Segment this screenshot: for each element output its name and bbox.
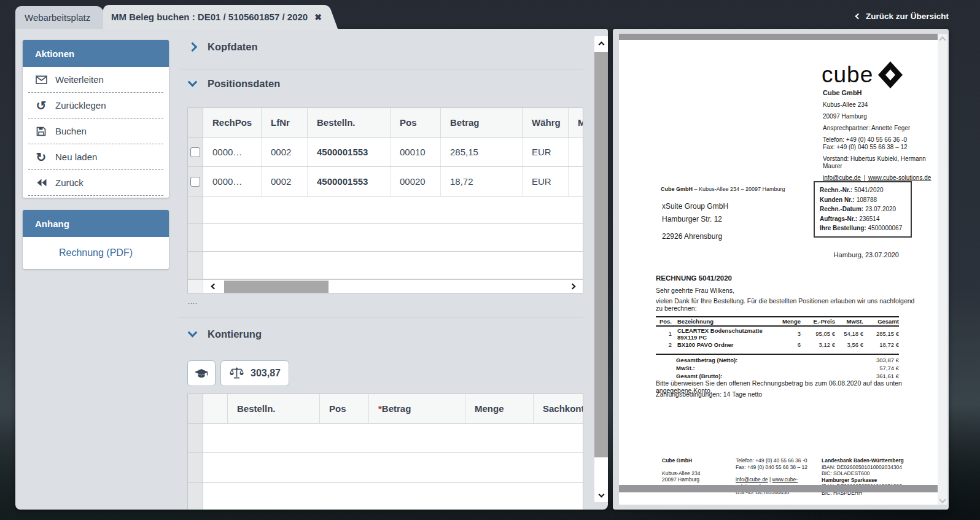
invoice-item-row: 2 BX100 PAVO Ordner 6 3,12 € 3,56 € 18,7… bbox=[656, 341, 899, 348]
tab-mm-beleg-buchen[interactable]: MM Beleg buchen : DE01 / 5105601857 / 20… bbox=[103, 5, 327, 29]
section-kontierung[interactable]: Kontierung bbox=[189, 328, 262, 340]
row-header-cell bbox=[188, 108, 203, 137]
attachment-rechnung-pdf-link[interactable]: Rechnung (PDF) bbox=[59, 247, 133, 258]
actions-card: Aktionen Weiterleiten ↺ Zurücklegen bbox=[23, 40, 169, 198]
chevron-left-icon bbox=[855, 14, 861, 20]
col-pos: Pos bbox=[391, 108, 441, 137]
action-label: Zurück bbox=[55, 177, 84, 188]
tab-close-icon[interactable]: ✖ bbox=[314, 12, 322, 22]
action-label: Neu laden bbox=[55, 152, 97, 162]
back-to-overview-link[interactable]: Zurück zur Übersicht bbox=[856, 12, 949, 21]
balance-check-button[interactable]: 303,87 bbox=[220, 360, 289, 386]
horizontal-scrollbar bbox=[188, 279, 583, 293]
table-resize-handle[interactable]: .... bbox=[188, 298, 198, 305]
action-buchen[interactable]: Buchen bbox=[28, 118, 163, 144]
scrollbar-corner bbox=[188, 280, 203, 293]
cell-bestelln: 4500001553 bbox=[308, 138, 391, 166]
scroll-right-arrow[interactable] bbox=[562, 284, 583, 289]
company-block: Cube GmbH Kubus-Allee 234 20097 Hamburg … bbox=[823, 89, 938, 186]
empty-row bbox=[188, 453, 583, 483]
cell-pos: 00010 bbox=[391, 138, 441, 166]
work-panel: Aktionen Weiterleiten ↺ Zurücklegen bbox=[15, 29, 608, 510]
col-lfnr: LfNr bbox=[262, 108, 308, 137]
empty-row bbox=[188, 224, 583, 252]
footer-company-col: Cube GmbH Kubus-Allee 234 20097 Hamburg bbox=[662, 457, 729, 483]
section-title: Positionsdaten bbox=[208, 78, 280, 90]
table-header-row: Bestelln. Pos *Betrag Menge Sachkonto bbox=[188, 394, 583, 424]
cell-waehrg: EUR bbox=[523, 138, 569, 166]
derive-account-button[interactable] bbox=[187, 360, 216, 386]
website-link[interactable]: www.cube-solutions.de bbox=[868, 174, 931, 181]
section-title: Kopfdaten bbox=[208, 41, 258, 53]
rewind-icon bbox=[35, 179, 47, 187]
recipient-name: xSuite Group GmbH bbox=[662, 202, 728, 211]
cell-pos: 00020 bbox=[391, 167, 441, 196]
cell-betrag: 285,15 bbox=[441, 138, 523, 166]
invoice-item-row: 1 CLEARTEX Bodenschutzmatte 89X119 PC 3 … bbox=[656, 326, 899, 341]
cell-clipped bbox=[569, 167, 583, 196]
graduation-cap-icon bbox=[194, 368, 209, 379]
row-checkbox[interactable] bbox=[190, 147, 200, 157]
attachments-card-title: Anhang bbox=[23, 210, 169, 237]
company-contact: Ansprechpartner: Annette Feger bbox=[823, 125, 938, 132]
refresh-icon: ↻ bbox=[35, 153, 47, 161]
scrollbar-thumb[interactable] bbox=[224, 281, 329, 293]
row-header-cell bbox=[188, 394, 203, 423]
action-weiterleiten[interactable]: Weiterleiten bbox=[28, 67, 163, 93]
cell-rechpos: 0000… bbox=[203, 167, 262, 196]
chevron-down-icon bbox=[188, 328, 198, 338]
section-positionsdaten[interactable]: Positionsdaten bbox=[189, 78, 280, 90]
actions-card-title: Aktionen bbox=[23, 40, 169, 67]
scroll-down-arrow[interactable] bbox=[594, 486, 608, 502]
balance-scale-icon bbox=[229, 367, 244, 379]
pdf-scroll-down-arrow[interactable] bbox=[939, 496, 946, 503]
vertical-scrollbar bbox=[594, 36, 608, 502]
invoice-items-table: Pos. Bezeichnung Menge E.-Preis MwSt. Ge… bbox=[656, 316, 899, 348]
positions-table: RechPos LfNr Bestelln. Pos Betrag Währg … bbox=[187, 107, 583, 293]
company-fax: Fax: +49 (0) 040 55 66 38 – 12 bbox=[823, 144, 938, 151]
section-kopfdaten[interactable]: Kopfdaten bbox=[189, 41, 258, 53]
company-name: Cube GmbH bbox=[823, 89, 938, 96]
col-betrag: Betrag bbox=[441, 108, 523, 137]
attachments-card: Anhang Rechnung (PDF) bbox=[23, 210, 169, 269]
footer-email-link[interactable]: info@cube.de bbox=[736, 476, 768, 483]
logo-text: cube bbox=[822, 62, 873, 88]
action-neu-laden[interactable]: ↻ Neu laden bbox=[28, 144, 163, 170]
cell-lfnr: 0002 bbox=[262, 167, 308, 196]
action-zuruecklegen[interactable]: ↺ Zurücklegen bbox=[28, 93, 163, 118]
company-board: Vorstand: Hubertus Kubieki, Hermann Maur… bbox=[823, 155, 938, 170]
cell-clipped bbox=[569, 138, 583, 166]
col-bestelln: Bestelln. bbox=[308, 108, 391, 137]
row-checkbox[interactable] bbox=[190, 177, 200, 187]
col-clipped: M bbox=[569, 108, 583, 137]
company-phone: Telefon: +49 (0) 40 55 66 36 -0 bbox=[823, 136, 938, 144]
col-menge: Menge bbox=[465, 394, 534, 423]
col-blank bbox=[203, 394, 228, 423]
form-content: Kopfdaten Positionsdaten RechPos LfNr Be… bbox=[178, 29, 583, 510]
email-link[interactable]: info@cube.de bbox=[823, 174, 861, 181]
envelope-icon bbox=[35, 76, 47, 84]
back-label: Zurück zur Übersicht bbox=[866, 12, 949, 21]
pdf-scroll-up-arrow[interactable] bbox=[939, 36, 946, 43]
recipient-block: xSuite Group GmbH Hamburger Str. 12 2292… bbox=[662, 202, 728, 245]
company-city: 20097 Hamburg bbox=[823, 113, 938, 120]
invoice-title: RECHNUNG 5041/2020 bbox=[656, 274, 732, 282]
table-header-row: RechPos LfNr Bestelln. Pos Betrag Währg … bbox=[188, 108, 583, 138]
divider bbox=[178, 317, 583, 317]
application-window: Webarbeitsplatz MM Beleg buchen : DE01 /… bbox=[0, 0, 980, 520]
page-gap bbox=[619, 485, 938, 492]
empty-row bbox=[188, 196, 583, 224]
cube-diamond-icon bbox=[877, 61, 903, 89]
tab-webarbeitsplatz[interactable]: Webarbeitsplatz bbox=[15, 6, 99, 29]
scroll-up-arrow[interactable] bbox=[594, 36, 608, 52]
action-label: Zurücklegen bbox=[55, 100, 106, 111]
page-gap bbox=[619, 34, 938, 40]
section-title: Kontierung bbox=[208, 328, 262, 340]
table-row[interactable]: 0000… 0002 4500001553 00010 285,15 EUR bbox=[188, 138, 583, 167]
recipient-street: Hamburger Str. 12 bbox=[662, 215, 728, 223]
table-row[interactable]: 0000… 0002 4500001553 00020 18,72 EUR bbox=[188, 167, 583, 196]
action-zurueck[interactable]: Zurück bbox=[28, 170, 163, 196]
scrollbar-thumb[interactable] bbox=[594, 52, 608, 457]
scroll-left-arrow[interactable] bbox=[203, 284, 224, 289]
recipient-city: 22926 Ahrensburg bbox=[662, 232, 728, 241]
